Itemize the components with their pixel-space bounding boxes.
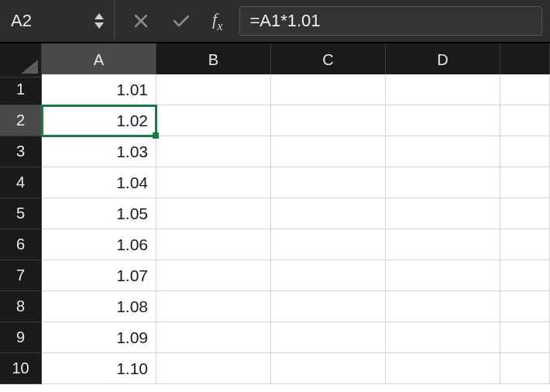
cell[interactable]	[500, 167, 550, 198]
cell[interactable]	[156, 136, 271, 167]
cell[interactable]	[156, 229, 271, 260]
chevron-up-icon	[95, 13, 104, 19]
cell[interactable]: 1.08	[42, 291, 156, 322]
cell[interactable]	[271, 74, 386, 105]
column-header-C[interactable]: C	[271, 43, 386, 77]
cell[interactable]	[156, 105, 271, 136]
cell[interactable]: 1.10	[42, 353, 156, 384]
cell[interactable]: 1.06	[42, 229, 156, 260]
row-header-2[interactable]: 2	[0, 105, 42, 136]
cell[interactable]	[500, 353, 550, 384]
svg-marker-0	[95, 13, 104, 19]
cell[interactable]	[156, 291, 271, 322]
column-header[interactable]	[500, 43, 550, 77]
cell[interactable]	[271, 353, 386, 384]
cell[interactable]	[156, 167, 271, 198]
cell[interactable]	[156, 353, 271, 384]
row-header-3[interactable]: 3	[0, 136, 42, 167]
row-header-6[interactable]: 6	[0, 229, 42, 260]
cell[interactable]: 1.02	[42, 105, 156, 136]
cell[interactable]	[386, 322, 500, 353]
row-header-7[interactable]: 7	[0, 260, 42, 291]
cell[interactable]	[386, 105, 500, 136]
cell[interactable]	[271, 260, 386, 291]
formula-bar-controls: fx	[115, 0, 239, 42]
cell[interactable]	[500, 198, 550, 229]
cell[interactable]: 1.09	[42, 322, 156, 353]
cell[interactable]	[386, 167, 500, 198]
name-box[interactable]: A2	[0, 0, 115, 42]
name-box-value: A2	[11, 11, 91, 31]
row-header-8[interactable]: 8	[0, 291, 42, 322]
formula-bar: A2 fx	[0, 0, 550, 43]
cell[interactable]: 1.07	[42, 260, 156, 291]
column-header-D[interactable]: D	[386, 43, 500, 77]
cell[interactable]	[500, 260, 550, 291]
cancel-icon[interactable]	[132, 12, 150, 30]
cell[interactable]	[271, 105, 386, 136]
cell[interactable]	[271, 322, 386, 353]
confirm-icon[interactable]	[172, 12, 191, 30]
cell[interactable]	[500, 322, 550, 353]
cell[interactable]	[386, 260, 500, 291]
column-header-A[interactable]: A	[42, 43, 156, 77]
cell[interactable]	[386, 353, 500, 384]
cell[interactable]	[271, 167, 386, 198]
cell[interactable]	[386, 198, 500, 229]
cell[interactable]	[500, 105, 550, 136]
cell[interactable]	[500, 136, 550, 167]
cell[interactable]	[156, 198, 271, 229]
cell[interactable]	[500, 74, 550, 105]
cell[interactable]: 1.03	[42, 136, 156, 167]
cell[interactable]	[386, 291, 500, 322]
row-header-10[interactable]: 10	[0, 353, 42, 384]
cell[interactable]	[271, 229, 386, 260]
fill-handle[interactable]	[153, 132, 159, 139]
cell[interactable]	[386, 74, 500, 105]
cell[interactable]: 1.04	[42, 167, 156, 198]
cell[interactable]: 1.05	[42, 198, 156, 229]
row-header-9[interactable]: 9	[0, 322, 42, 353]
cell[interactable]	[271, 136, 386, 167]
cell[interactable]	[386, 136, 500, 167]
cell[interactable]: 1.01	[42, 74, 156, 105]
select-all-corner[interactable]	[0, 43, 42, 77]
row-header-4[interactable]: 4	[0, 167, 42, 198]
row-header-1[interactable]: 1	[0, 74, 42, 105]
name-box-stepper[interactable]	[91, 13, 114, 29]
fx-icon[interactable]: fx	[212, 9, 222, 33]
cell[interactable]	[271, 291, 386, 322]
cell[interactable]	[156, 74, 271, 105]
cell[interactable]	[156, 322, 271, 353]
cell[interactable]	[271, 198, 386, 229]
cell[interactable]	[386, 229, 500, 260]
column-header-B[interactable]: B	[156, 43, 271, 77]
cell[interactable]	[500, 229, 550, 260]
chevron-down-icon	[95, 22, 104, 29]
cell[interactable]	[156, 260, 271, 291]
spreadsheet-grid[interactable]: ABCD11.0121.0231.0341.0451.0561.0671.078…	[0, 43, 550, 384]
svg-marker-1	[95, 22, 104, 29]
formula-input[interactable]	[239, 6, 542, 36]
row-header-5[interactable]: 5	[0, 198, 42, 229]
cell[interactable]	[500, 291, 550, 322]
